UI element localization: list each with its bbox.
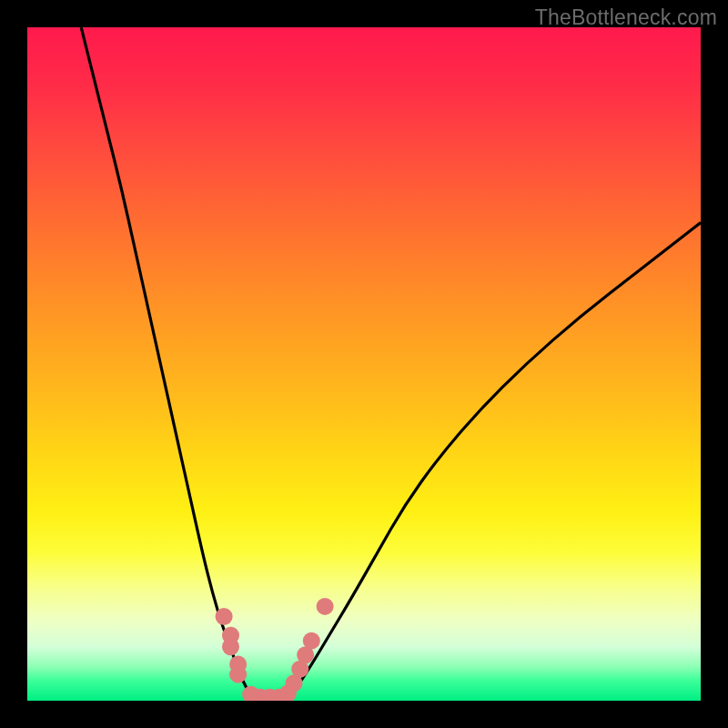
marker-dot [222,638,239,655]
marker-dot [317,598,334,615]
highlight-markers [216,598,334,701]
marker-dot [303,632,320,650]
marker-dot [216,608,233,625]
plot-area [27,27,701,701]
watermark-label: TheBottleneck.com [535,5,717,30]
chart-frame: TheBottleneck.com [0,0,728,728]
right-curve [287,223,701,701]
left-curve [81,27,253,701]
marker-dot [229,666,247,683]
chart-svg [27,27,701,701]
